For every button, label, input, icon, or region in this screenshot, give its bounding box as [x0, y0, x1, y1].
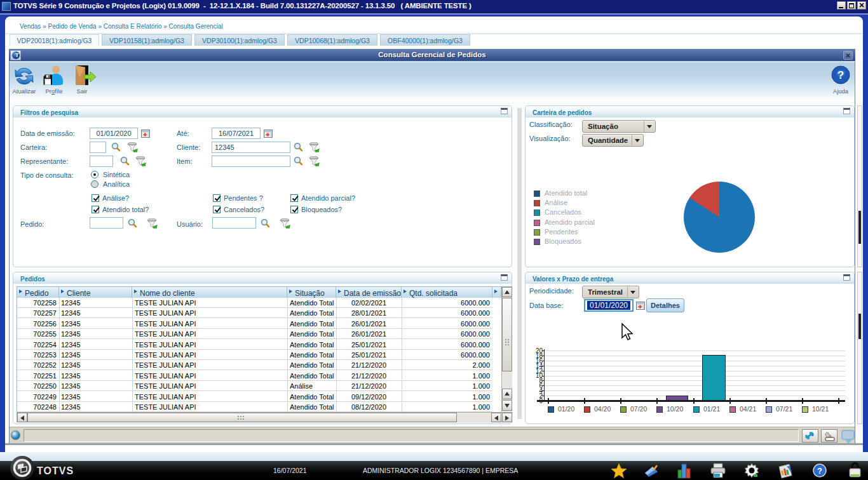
svg-text:?: ? [817, 466, 822, 476]
svg-text:?: ? [837, 69, 844, 81]
